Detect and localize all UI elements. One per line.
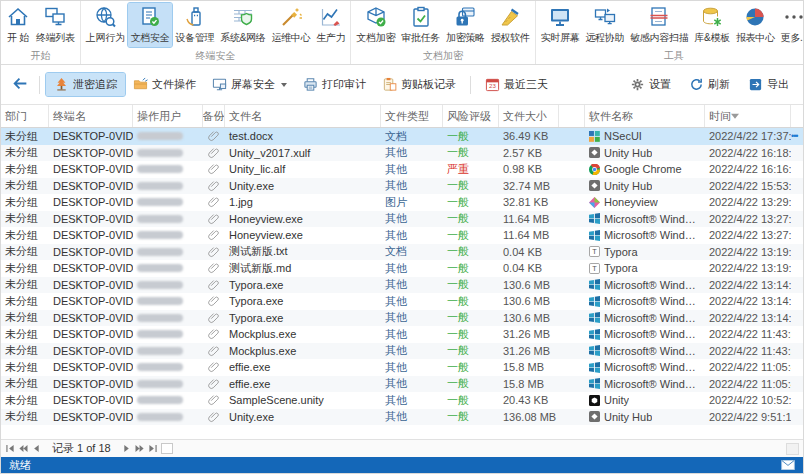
row-more-menu[interactable] <box>791 244 803 261</box>
ribbon-button[interactable]: 库&模板 <box>691 3 732 47</box>
cell-backup[interactable] <box>203 161 225 178</box>
pager-first-button[interactable] <box>5 444 15 453</box>
column-header-department[interactable]: 部门 <box>1 105 49 127</box>
ribbon-button[interactable]: 设备管理 <box>172 3 217 47</box>
table-row[interactable]: 未分组 DESKTOP-0VIDMDJ test.docx 文档 一般 36.4… <box>1 128 803 145</box>
row-more-menu[interactable] <box>791 227 803 244</box>
ribbon-button[interactable]: 授权软件 <box>488 3 533 47</box>
cell-backup[interactable] <box>203 293 225 310</box>
table-row[interactable]: 未分组 DESKTOP-0VIDMDJ Mockplus.exe 其他 一般 3… <box>1 343 803 360</box>
ribbon-button[interactable]: 报表中心 <box>733 3 778 47</box>
table-row[interactable]: 未分组 DESKTOP-0VIDMDJ effie.exe 其他 一般 15.8… <box>1 376 803 393</box>
cell-backup[interactable] <box>203 194 225 211</box>
ribbon-button[interactable]: 更多... <box>778 3 803 47</box>
ribbon-button[interactable]: 文档加密 <box>353 3 398 47</box>
toolbar-button[interactable]: 屏幕安全 <box>204 73 295 96</box>
pager-next-button[interactable] <box>122 444 132 453</box>
cell-backup[interactable] <box>203 376 225 393</box>
pager-last-button[interactable] <box>148 444 158 453</box>
table-row[interactable]: 未分组 DESKTOP-0VIDMDJ Honeyview.exe 其他 一般 … <box>1 211 803 228</box>
ribbon-button[interactable]: 运维中心 <box>268 3 313 47</box>
row-more-menu[interactable] <box>791 161 803 178</box>
row-more-menu[interactable] <box>791 392 803 409</box>
back-button[interactable] <box>7 73 33 97</box>
row-more-menu[interactable] <box>791 178 803 195</box>
row-more-menu[interactable] <box>791 145 803 162</box>
ribbon-button[interactable]: 终端列表 <box>33 3 78 47</box>
ribbon-button[interactable]: 系统&网络 <box>217 3 268 47</box>
table-row[interactable]: 未分组 DESKTOP-0VIDMDJ Typora.exe 其他 一般 130… <box>1 310 803 327</box>
table-row[interactable]: 未分组 DESKTOP-0VIDMDJ Unity_v2017.xulf 其他 … <box>1 145 803 162</box>
cell-backup[interactable] <box>203 178 225 195</box>
table-row[interactable]: 未分组 DESKTOP-0VIDMDJ 1.jpg 图片 一般 32.81 KB… <box>1 194 803 211</box>
toolbar-button[interactable]: 剪贴板记录 <box>374 73 464 96</box>
cell-backup[interactable] <box>203 244 225 261</box>
toolbar-button[interactable]: 打印审计 <box>295 73 374 96</box>
row-more-menu[interactable] <box>791 260 803 277</box>
table-row[interactable]: 未分组 DESKTOP-0VIDMDJ Unity.exe 其他 一般 136.… <box>1 409 803 426</box>
row-more-menu[interactable] <box>791 326 803 343</box>
column-header-filesize[interactable]: 文件大小 <box>499 105 559 127</box>
row-more-menu[interactable] <box>791 359 803 376</box>
cell-backup[interactable] <box>203 343 225 360</box>
column-header-risk[interactable]: 风险评级 <box>443 105 499 127</box>
cell-backup[interactable] <box>203 128 225 145</box>
row-more-menu[interactable] <box>791 376 803 393</box>
ribbon-button[interactable]: 敏感内容扫描 <box>627 3 691 47</box>
cell-backup[interactable] <box>203 211 225 228</box>
row-more-menu[interactable] <box>791 277 803 294</box>
pager-new-record-button[interactable] <box>161 443 173 454</box>
ribbon-button[interactable]: 上网行为 <box>83 3 128 47</box>
column-header-backup[interactable]: 备份 <box>203 105 225 127</box>
pager-prev-button[interactable] <box>31 444 41 453</box>
table-row[interactable]: 未分组 DESKTOP-0VIDMDJ Unity.exe 其他 一般 32.7… <box>1 178 803 195</box>
table-row[interactable]: 未分组 DESKTOP-0VIDMDJ SampleScene.unity 其他… <box>1 392 803 409</box>
cell-backup[interactable] <box>203 310 225 327</box>
toolbar-right-button[interactable]: 导出 <box>740 73 797 96</box>
toolbar-right-button[interactable]: 设置 <box>622 73 679 96</box>
column-header-time[interactable]: 时间 <box>705 105 791 127</box>
table-row[interactable]: 未分组 DESKTOP-0VIDMDJ Mockplus.exe 其他 一般 3… <box>1 326 803 343</box>
cell-backup[interactable] <box>203 260 225 277</box>
ribbon-button[interactable]: 开 始 <box>3 3 33 47</box>
ribbon-button[interactable]: 审批任务 <box>398 3 443 47</box>
pager-next-page-button[interactable] <box>135 444 145 453</box>
ribbon-button[interactable]: 实时屏幕 <box>538 3 583 47</box>
table-row[interactable]: 未分组 DESKTOP-0VIDMDJ Unity_lic.alf 其他 严重 … <box>1 161 803 178</box>
sort-descending-icon[interactable] <box>731 113 739 119</box>
row-more-menu[interactable] <box>791 293 803 310</box>
column-header-software[interactable]: 软件名称 <box>585 105 705 127</box>
table-row[interactable]: 未分组 DESKTOP-0VIDMDJ 测试新版.txt 文档 一般 0.04 … <box>1 244 803 261</box>
table-row[interactable]: 未分组 DESKTOP-0VIDMDJ Typora.exe 其他 一般 130… <box>1 277 803 294</box>
toolbar-button[interactable]: 23 最近三天 <box>477 73 556 96</box>
column-header-filename[interactable]: 文件名 <box>225 105 381 127</box>
message-icon[interactable] <box>781 460 795 470</box>
ribbon-button[interactable]: 加密策略 <box>443 3 488 47</box>
column-header-filetype[interactable]: 文件类型 <box>381 105 443 127</box>
cell-backup[interactable] <box>203 277 225 294</box>
cell-backup[interactable] <box>203 392 225 409</box>
ribbon-button[interactable]: 远程协助 <box>582 3 627 47</box>
row-more-menu[interactable] <box>791 211 803 228</box>
column-header-blank[interactable] <box>559 105 585 127</box>
cell-backup[interactable] <box>203 326 225 343</box>
cell-backup[interactable] <box>203 409 225 426</box>
row-more-menu[interactable] <box>791 409 803 426</box>
pager-prev-page-button[interactable] <box>18 444 28 453</box>
row-more-menu[interactable] <box>791 343 803 360</box>
toolbar-button[interactable]: 泄密追踪 <box>46 73 125 96</box>
cell-backup[interactable] <box>203 227 225 244</box>
toolbar-right-button[interactable]: 刷新 <box>681 73 738 96</box>
ribbon-button[interactable]: 文档安全 <box>128 3 173 47</box>
row-more-menu[interactable] <box>791 310 803 327</box>
table-row[interactable]: 未分组 DESKTOP-0VIDMDJ 测试新版.md 其他 一般 0.04 K… <box>1 260 803 277</box>
toolbar-button[interactable]: 文件操作 <box>125 73 204 96</box>
table-row[interactable]: 未分组 DESKTOP-0VIDMDJ Typora.exe 其他 一般 130… <box>1 293 803 310</box>
row-more-menu[interactable] <box>791 194 803 211</box>
row-more-menu[interactable]: ••• <box>791 128 803 145</box>
cell-backup[interactable] <box>203 145 225 162</box>
column-header-user[interactable]: 操作用户 <box>133 105 203 127</box>
cell-backup[interactable] <box>203 359 225 376</box>
ribbon-button[interactable]: 生产力 <box>313 3 348 47</box>
table-row[interactable]: 未分组 DESKTOP-0VIDMDJ Honeyview.exe 其他 一般 … <box>1 227 803 244</box>
